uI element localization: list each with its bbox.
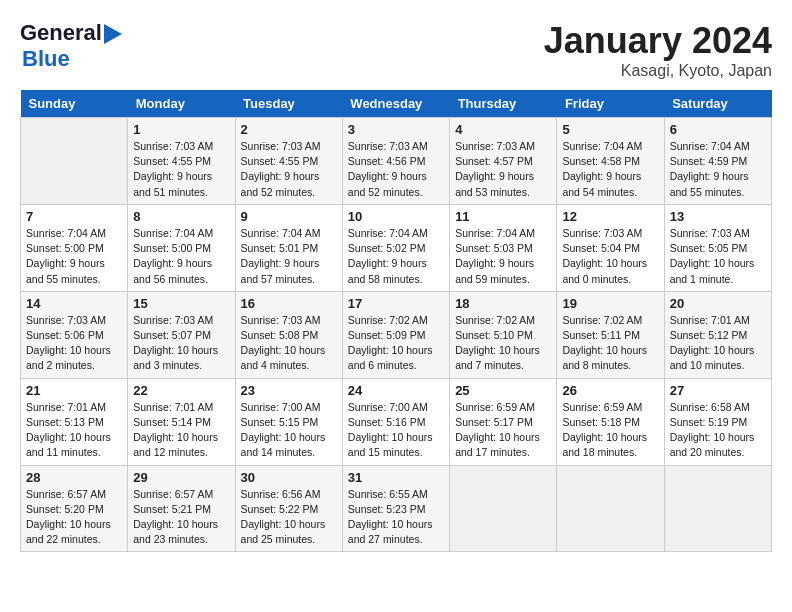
day-number: 29 <box>133 470 229 485</box>
day-number: 8 <box>133 209 229 224</box>
day-number: 7 <box>26 209 122 224</box>
calendar-cell: 4Sunrise: 7:03 AMSunset: 4:57 PMDaylight… <box>450 118 557 205</box>
page-header: General Blue January 2024 Kasagi, Kyoto,… <box>20 20 772 80</box>
day-number: 3 <box>348 122 444 137</box>
calendar-cell <box>664 465 771 552</box>
day-info: Sunrise: 6:56 AMSunset: 5:22 PMDaylight:… <box>241 487 337 548</box>
day-number: 15 <box>133 296 229 311</box>
day-info: Sunrise: 6:59 AMSunset: 5:18 PMDaylight:… <box>562 400 658 461</box>
calendar-cell: 22Sunrise: 7:01 AMSunset: 5:14 PMDayligh… <box>128 378 235 465</box>
calendar-cell: 18Sunrise: 7:02 AMSunset: 5:10 PMDayligh… <box>450 291 557 378</box>
calendar-week-4: 21Sunrise: 7:01 AMSunset: 5:13 PMDayligh… <box>21 378 772 465</box>
day-info: Sunrise: 7:00 AMSunset: 5:16 PMDaylight:… <box>348 400 444 461</box>
calendar-cell: 5Sunrise: 7:04 AMSunset: 4:58 PMDaylight… <box>557 118 664 205</box>
day-info: Sunrise: 7:00 AMSunset: 5:15 PMDaylight:… <box>241 400 337 461</box>
calendar-week-3: 14Sunrise: 7:03 AMSunset: 5:06 PMDayligh… <box>21 291 772 378</box>
day-info: Sunrise: 6:58 AMSunset: 5:19 PMDaylight:… <box>670 400 766 461</box>
calendar-week-1: 1Sunrise: 7:03 AMSunset: 4:55 PMDaylight… <box>21 118 772 205</box>
day-info: Sunrise: 7:03 AMSunset: 4:55 PMDaylight:… <box>241 139 337 200</box>
day-number: 16 <box>241 296 337 311</box>
calendar-cell: 17Sunrise: 7:02 AMSunset: 5:09 PMDayligh… <box>342 291 449 378</box>
day-info: Sunrise: 7:03 AMSunset: 5:04 PMDaylight:… <box>562 226 658 287</box>
day-number: 2 <box>241 122 337 137</box>
day-info: Sunrise: 7:04 AMSunset: 5:03 PMDaylight:… <box>455 226 551 287</box>
day-number: 28 <box>26 470 122 485</box>
calendar-cell: 20Sunrise: 7:01 AMSunset: 5:12 PMDayligh… <box>664 291 771 378</box>
calendar-cell: 10Sunrise: 7:04 AMSunset: 5:02 PMDayligh… <box>342 204 449 291</box>
column-header-sunday: Sunday <box>21 90 128 118</box>
calendar-cell <box>21 118 128 205</box>
calendar-cell: 15Sunrise: 7:03 AMSunset: 5:07 PMDayligh… <box>128 291 235 378</box>
day-number: 1 <box>133 122 229 137</box>
column-header-wednesday: Wednesday <box>342 90 449 118</box>
day-info: Sunrise: 7:04 AMSunset: 4:58 PMDaylight:… <box>562 139 658 200</box>
day-number: 26 <box>562 383 658 398</box>
day-number: 19 <box>562 296 658 311</box>
day-info: Sunrise: 6:55 AMSunset: 5:23 PMDaylight:… <box>348 487 444 548</box>
day-number: 5 <box>562 122 658 137</box>
day-info: Sunrise: 7:04 AMSunset: 5:01 PMDaylight:… <box>241 226 337 287</box>
day-info: Sunrise: 7:03 AMSunset: 5:07 PMDaylight:… <box>133 313 229 374</box>
day-number: 4 <box>455 122 551 137</box>
calendar-cell: 31Sunrise: 6:55 AMSunset: 5:23 PMDayligh… <box>342 465 449 552</box>
calendar-cell: 12Sunrise: 7:03 AMSunset: 5:04 PMDayligh… <box>557 204 664 291</box>
day-number: 25 <box>455 383 551 398</box>
day-info: Sunrise: 7:03 AMSunset: 5:08 PMDaylight:… <box>241 313 337 374</box>
calendar-week-2: 7Sunrise: 7:04 AMSunset: 5:00 PMDaylight… <box>21 204 772 291</box>
calendar-cell: 24Sunrise: 7:00 AMSunset: 5:16 PMDayligh… <box>342 378 449 465</box>
calendar-cell: 16Sunrise: 7:03 AMSunset: 5:08 PMDayligh… <box>235 291 342 378</box>
calendar-cell: 23Sunrise: 7:00 AMSunset: 5:15 PMDayligh… <box>235 378 342 465</box>
calendar-cell: 7Sunrise: 7:04 AMSunset: 5:00 PMDaylight… <box>21 204 128 291</box>
day-info: Sunrise: 7:03 AMSunset: 4:57 PMDaylight:… <box>455 139 551 200</box>
day-info: Sunrise: 7:02 AMSunset: 5:09 PMDaylight:… <box>348 313 444 374</box>
day-number: 23 <box>241 383 337 398</box>
day-number: 22 <box>133 383 229 398</box>
day-info: Sunrise: 6:57 AMSunset: 5:21 PMDaylight:… <box>133 487 229 548</box>
day-number: 14 <box>26 296 122 311</box>
calendar-cell: 19Sunrise: 7:02 AMSunset: 5:11 PMDayligh… <box>557 291 664 378</box>
column-header-monday: Monday <box>128 90 235 118</box>
calendar-cell: 26Sunrise: 6:59 AMSunset: 5:18 PMDayligh… <box>557 378 664 465</box>
day-info: Sunrise: 7:02 AMSunset: 5:11 PMDaylight:… <box>562 313 658 374</box>
calendar-table: SundayMondayTuesdayWednesdayThursdayFrid… <box>20 90 772 552</box>
calendar-cell: 11Sunrise: 7:04 AMSunset: 5:03 PMDayligh… <box>450 204 557 291</box>
day-info: Sunrise: 7:03 AMSunset: 4:55 PMDaylight:… <box>133 139 229 200</box>
column-header-thursday: Thursday <box>450 90 557 118</box>
logo-text: General <box>20 20 122 46</box>
calendar-cell: 2Sunrise: 7:03 AMSunset: 4:55 PMDaylight… <box>235 118 342 205</box>
day-info: Sunrise: 6:59 AMSunset: 5:17 PMDaylight:… <box>455 400 551 461</box>
day-info: Sunrise: 7:04 AMSunset: 5:00 PMDaylight:… <box>26 226 122 287</box>
calendar-cell: 6Sunrise: 7:04 AMSunset: 4:59 PMDaylight… <box>664 118 771 205</box>
day-info: Sunrise: 7:04 AMSunset: 4:59 PMDaylight:… <box>670 139 766 200</box>
day-info: Sunrise: 6:57 AMSunset: 5:20 PMDaylight:… <box>26 487 122 548</box>
column-header-tuesday: Tuesday <box>235 90 342 118</box>
day-number: 12 <box>562 209 658 224</box>
page-title: January 2024 <box>544 20 772 62</box>
calendar-cell: 1Sunrise: 7:03 AMSunset: 4:55 PMDaylight… <box>128 118 235 205</box>
day-info: Sunrise: 7:04 AMSunset: 5:02 PMDaylight:… <box>348 226 444 287</box>
calendar-cell <box>450 465 557 552</box>
column-header-saturday: Saturday <box>664 90 771 118</box>
logo: General Blue <box>20 20 122 72</box>
title-block: January 2024 Kasagi, Kyoto, Japan <box>544 20 772 80</box>
calendar-cell: 25Sunrise: 6:59 AMSunset: 5:17 PMDayligh… <box>450 378 557 465</box>
day-info: Sunrise: 7:03 AMSunset: 4:56 PMDaylight:… <box>348 139 444 200</box>
column-header-friday: Friday <box>557 90 664 118</box>
calendar-cell: 14Sunrise: 7:03 AMSunset: 5:06 PMDayligh… <box>21 291 128 378</box>
calendar-header-row: SundayMondayTuesdayWednesdayThursdayFrid… <box>21 90 772 118</box>
calendar-cell: 30Sunrise: 6:56 AMSunset: 5:22 PMDayligh… <box>235 465 342 552</box>
calendar-cell: 27Sunrise: 6:58 AMSunset: 5:19 PMDayligh… <box>664 378 771 465</box>
day-info: Sunrise: 7:01 AMSunset: 5:13 PMDaylight:… <box>26 400 122 461</box>
calendar-cell: 8Sunrise: 7:04 AMSunset: 5:00 PMDaylight… <box>128 204 235 291</box>
calendar-cell: 13Sunrise: 7:03 AMSunset: 5:05 PMDayligh… <box>664 204 771 291</box>
day-number: 18 <box>455 296 551 311</box>
day-info: Sunrise: 7:03 AMSunset: 5:05 PMDaylight:… <box>670 226 766 287</box>
calendar-cell: 3Sunrise: 7:03 AMSunset: 4:56 PMDaylight… <box>342 118 449 205</box>
day-number: 13 <box>670 209 766 224</box>
day-info: Sunrise: 7:01 AMSunset: 5:14 PMDaylight:… <box>133 400 229 461</box>
calendar-cell: 9Sunrise: 7:04 AMSunset: 5:01 PMDaylight… <box>235 204 342 291</box>
day-info: Sunrise: 7:04 AMSunset: 5:00 PMDaylight:… <box>133 226 229 287</box>
day-number: 10 <box>348 209 444 224</box>
calendar-cell: 21Sunrise: 7:01 AMSunset: 5:13 PMDayligh… <box>21 378 128 465</box>
day-info: Sunrise: 7:02 AMSunset: 5:10 PMDaylight:… <box>455 313 551 374</box>
